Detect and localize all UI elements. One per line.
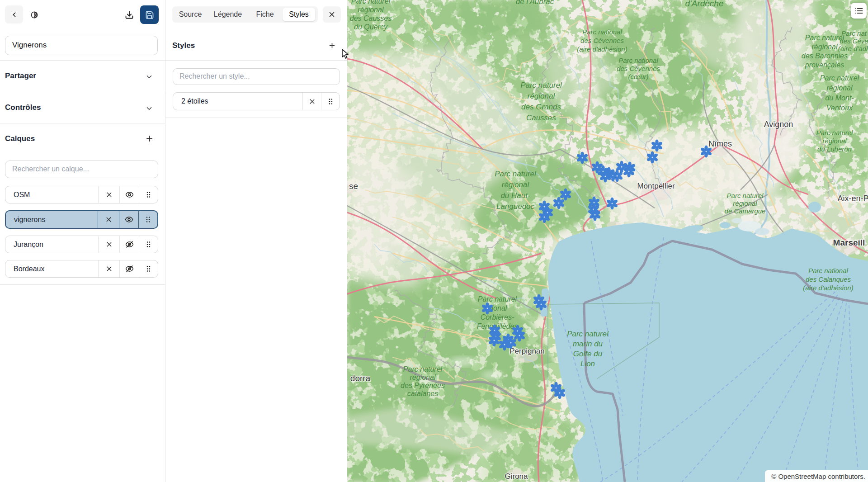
svg-text:Perpignan: Perpignan <box>509 347 545 355</box>
svg-text:Marseill: Marseill <box>833 238 865 247</box>
svg-text:Aix-en-Pr: Aix-en-Pr <box>837 194 868 203</box>
svg-text:se: se <box>349 181 358 191</box>
svg-text:Parc naturelrégionaldes Pyréné: Parc naturelrégionaldes Pyrénéescatalane… <box>401 365 445 397</box>
svg-text:dorra: dorra <box>350 373 371 383</box>
svg-text:Avignon: Avignon <box>764 120 793 129</box>
svg-text:Parc nationaldes Cévennes(aire: Parc nationaldes Cévennes(aire d'adhésio… <box>577 28 627 53</box>
svg-text:Parc nationaldes Calanques(air: Parc nationaldes Calanques(aire d'adhési… <box>803 267 853 292</box>
svg-text:Parc naturelrégionaldes Causse: Parc naturelrégionaldes Caussesdu Quercy <box>350 0 392 31</box>
svg-text:de l'Aubrac: de l'Aubrac <box>516 0 554 6</box>
svg-text:Nîmes: Nîmes <box>708 139 732 148</box>
svg-text:d'Ardèche: d'Ardèche <box>685 0 724 8</box>
svg-text:Parc natdes Céve(aire d'adh: Parc natdes Céve(aire d'adh <box>838 29 868 52</box>
svg-text:Montpellier: Montpellier <box>637 182 675 190</box>
svg-text:Girona: Girona <box>505 472 528 481</box>
